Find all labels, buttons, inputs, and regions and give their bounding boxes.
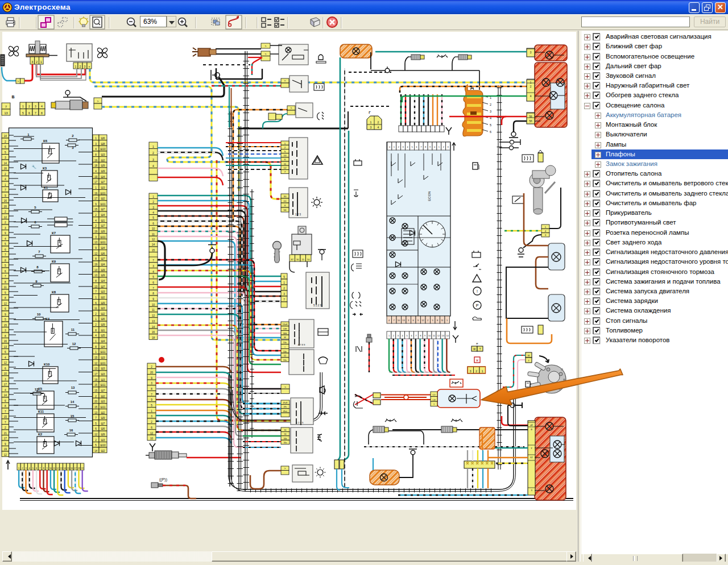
svg-text:8: 8 (95, 153, 97, 156)
svg-text:12: 12 (94, 362, 98, 365)
svg-text:2: 2 (95, 214, 97, 217)
svg-text:9: 9 (152, 298, 154, 301)
svg-text:4: 4 (95, 334, 97, 337)
svg-text:1 2 3: 1 2 3 (295, 213, 301, 216)
svg-text:5: 5 (5, 292, 6, 294)
svg-text:19: 19 (81, 467, 84, 470)
svg-text:К5: К5 (38, 387, 43, 390)
svg-text:Ш3: Ш3 (101, 400, 105, 403)
svg-text:>: > (97, 99, 99, 103)
svg-text:Ш11: Ш11 (101, 406, 106, 409)
svg-text:3: 3 (283, 293, 285, 296)
svg-text:12: 12 (94, 252, 98, 255)
svg-text:9: 9 (5, 443, 6, 446)
svg-text:10: 10 (150, 437, 154, 440)
svg-text:50: 50 (307, 258, 310, 261)
svg-text:2: 2 (95, 439, 97, 442)
svg-text:W: W (528, 354, 530, 357)
svg-text:3: 3 (152, 158, 154, 161)
svg-text:>: > (284, 386, 286, 389)
svg-text:1: 1 (283, 281, 285, 284)
svg-text:Ш6: Ш6 (101, 252, 105, 255)
svg-text:1: 1 (95, 318, 97, 321)
svg-text:3: 3 (5, 329, 6, 332)
svg-text:1: 1 (95, 186, 97, 189)
svg-text:13: 13 (94, 269, 98, 272)
svg-text:53aH: 53aH (283, 323, 288, 326)
svg-text:30: 30 (284, 429, 287, 431)
svg-text:>: > (284, 79, 286, 82)
svg-text:1 2 4 5: 1 2 4 5 (296, 421, 304, 424)
svg-text:9: 9 (95, 247, 97, 250)
svg-text:2: 2 (530, 85, 532, 88)
svg-text:5: 5 (5, 318, 6, 321)
svg-text:1: 1 (5, 184, 6, 186)
svg-text:4: 4 (152, 271, 154, 273)
svg-text:12: 12 (72, 342, 76, 346)
svg-text:13: 13 (94, 412, 98, 414)
svg-text:Ш2: Ш2 (101, 296, 105, 299)
svg-text:СО: СО (432, 394, 436, 396)
svg-text:Ш11: Ш11 (101, 236, 106, 239)
svg-text:Ш8: Ш8 (101, 143, 105, 146)
svg-text:6: 6 (28, 111, 30, 115)
svg-text:В: В (11, 95, 14, 99)
svg-text:15: 15 (67, 467, 70, 470)
svg-text:17: 17 (94, 373, 98, 376)
svg-text:3: 3 (152, 206, 154, 209)
svg-text:12: 12 (284, 167, 287, 169)
svg-text:14: 14 (152, 326, 155, 329)
svg-text:15: 15 (94, 208, 98, 211)
svg-text:Ш2: Ш2 (101, 412, 105, 414)
svg-text:11: 11 (71, 328, 75, 331)
svg-text:2: 2 (151, 421, 152, 423)
svg-text:13: 13 (4, 111, 7, 115)
svg-text:13: 13 (402, 319, 405, 322)
svg-text:30: 30 (296, 258, 299, 261)
svg-text:1: 1 (95, 296, 97, 299)
svg-text:9: 9 (5, 232, 6, 235)
svg-text:1: 1 (75, 65, 77, 68)
svg-text:Ш11: Ш11 (101, 192, 106, 195)
svg-text:52: 52 (284, 355, 286, 357)
svg-text:14: 14 (4, 394, 7, 397)
svg-text:13: 13 (35, 388, 39, 391)
svg-text:3: 3 (530, 51, 532, 54)
svg-text:17: 17 (74, 467, 77, 470)
svg-text:2: 2 (95, 225, 97, 227)
svg-text:11: 11 (4, 286, 7, 289)
svg-text:1: 1 (95, 340, 97, 343)
svg-text:Ш7: Ш7 (101, 208, 105, 211)
svg-text:Ш2: Ш2 (101, 159, 105, 162)
svg-text:6: 6 (151, 426, 152, 429)
svg-text:Г: Г (369, 111, 371, 114)
svg-text:12: 12 (4, 302, 7, 305)
svg-text:Ш7: Ш7 (101, 257, 105, 260)
svg-text:56: 56 (284, 209, 287, 211)
svg-text:6: 6 (5, 146, 6, 148)
svg-text:5: 5 (5, 151, 6, 154)
svg-text:Ш9: Ш9 (101, 323, 105, 326)
svg-text:Ш1: Ш1 (101, 329, 105, 332)
svg-text:6: 6 (95, 302, 97, 305)
svg-text:7: 7 (5, 275, 6, 278)
svg-text:Т: Т (528, 359, 530, 362)
svg-text:Ш9: Ш9 (101, 274, 105, 277)
svg-text:10: 10 (284, 154, 287, 157)
svg-text:Ш2: Ш2 (101, 450, 105, 452)
svg-text:8: 8 (41, 111, 43, 115)
svg-text:2: 2 (152, 151, 154, 155)
svg-text:5: 5 (490, 123, 491, 127)
svg-text:Ш9: Ш9 (101, 164, 105, 167)
svg-text:11: 11 (152, 233, 155, 236)
svg-text:10: 10 (4, 372, 7, 375)
svg-text:Ш9: Ш9 (101, 417, 105, 419)
svg-text:19: 19 (94, 192, 98, 195)
svg-text:2: 2 (283, 287, 285, 290)
svg-text:4: 4 (152, 164, 154, 168)
svg-text:СФ: СФ (432, 399, 436, 401)
svg-text:1: 1 (152, 145, 154, 148)
svg-text:19: 19 (94, 159, 98, 162)
svg-text:14: 14 (4, 135, 7, 138)
svg-text:3: 3 (370, 126, 372, 129)
